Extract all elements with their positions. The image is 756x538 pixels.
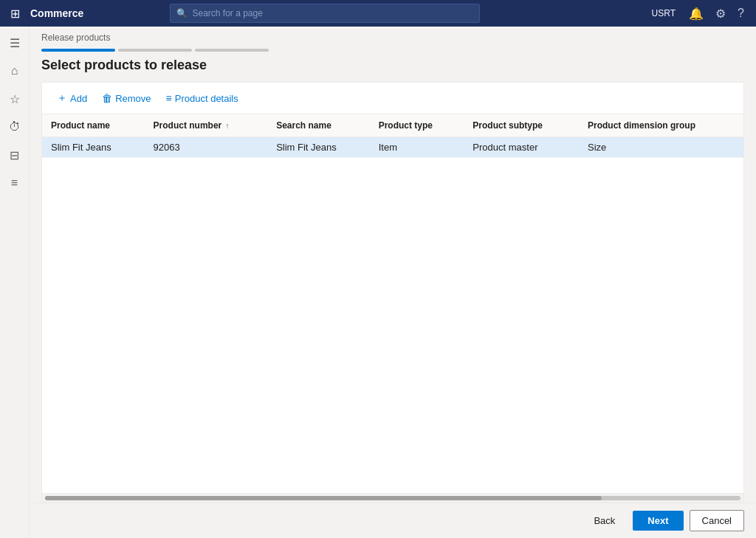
cell-product-subtype[interactable]: Product master (464, 137, 579, 158)
cancel-button[interactable]: Cancel (690, 510, 744, 531)
horizontal-scrollbar[interactable] (42, 493, 743, 502)
cell-search-name: Slim Fit Jeans (267, 137, 370, 158)
cell-product-dimension-group[interactable]: Size (579, 137, 743, 158)
remove-label: Remove (115, 93, 151, 104)
main-content: Release products Select products to rele… (30, 27, 756, 538)
global-search[interactable]: 🔍 (170, 4, 480, 23)
col-product-subtype[interactable]: Product subtype (464, 114, 579, 137)
sidebar: ☰ ⌂ ☆ ⏱ ⊟ ≡ (0, 27, 30, 538)
page-title: Select products to release (30, 58, 756, 82)
breadcrumb: Release products (30, 27, 756, 46)
layout: ☰ ⌂ ☆ ⏱ ⊟ ≡ Release products Select prod… (0, 27, 756, 538)
table-scroll[interactable]: Product name Product number ↑ Search nam… (42, 114, 743, 493)
remove-button[interactable]: 🗑 Remove (96, 89, 157, 107)
next-button[interactable]: Next (633, 511, 683, 531)
product-details-button[interactable]: ≡ Product details (160, 89, 244, 107)
sidebar-favorites-icon[interactable]: ☆ (1, 86, 28, 112)
add-label: Add (70, 93, 87, 104)
add-button[interactable]: ＋ Add (51, 89, 93, 108)
search-icon: 🔍 (176, 8, 188, 18)
sort-asc-icon: ↑ (226, 122, 230, 130)
sidebar-recent-icon[interactable]: ⏱ (1, 114, 28, 140)
cell-product-name[interactable]: Slim Fit Jeans (42, 137, 145, 158)
table-row[interactable]: Slim Fit Jeans92063Slim Fit JeansItemPro… (42, 137, 743, 158)
nav-right: USRT 🔔 ⚙ ? (646, 4, 749, 24)
back-button[interactable]: Back (582, 511, 627, 531)
col-product-name[interactable]: Product name (42, 114, 145, 137)
progress-steps (30, 46, 756, 58)
details-icon: ≡ (166, 92, 172, 104)
step-1 (41, 49, 115, 52)
table-toolbar: ＋ Add 🗑 Remove ≡ Product details (42, 83, 743, 114)
sidebar-workspaces-icon[interactable]: ⊟ (1, 142, 28, 168)
col-search-name[interactable]: Search name (267, 114, 370, 137)
col-product-dimension-group[interactable]: Product dimension group (579, 114, 743, 137)
table-header: Product name Product number ↑ Search nam… (42, 114, 743, 137)
grid-icon[interactable]: ⊞ (7, 4, 23, 24)
footer: Back Next Cancel (30, 503, 756, 538)
cell-product-number: 92063 (145, 137, 268, 158)
table-body: Slim Fit Jeans92063Slim Fit JeansItemPro… (42, 137, 743, 158)
search-input[interactable] (192, 8, 473, 18)
table-container: ＋ Add 🗑 Remove ≡ Product details (41, 82, 744, 503)
sidebar-menu-icon[interactable]: ☰ (1, 30, 28, 56)
trash-icon: 🗑 (102, 92, 112, 104)
app-title: Commerce (30, 7, 83, 19)
scroll-thumb (45, 496, 602, 500)
sidebar-home-icon[interactable]: ⌂ (1, 58, 28, 84)
col-product-type[interactable]: Product type (370, 114, 464, 137)
user-label: USRT (646, 8, 681, 18)
cell-product-type: Item (370, 137, 464, 158)
help-icon[interactable]: ? (733, 4, 749, 23)
col-product-number[interactable]: Product number ↑ (145, 114, 268, 137)
top-nav: ⊞ Commerce 🔍 USRT 🔔 ⚙ ? (0, 0, 756, 27)
step-2 (118, 49, 192, 52)
sidebar-list-icon[interactable]: ≡ (1, 170, 28, 196)
scroll-track (45, 496, 740, 500)
settings-icon[interactable]: ⚙ (711, 4, 730, 24)
step-3 (195, 49, 269, 52)
notification-icon[interactable]: 🔔 (684, 4, 708, 24)
add-icon: ＋ (57, 92, 67, 105)
product-details-label: Product details (175, 93, 238, 104)
products-table: Product name Product number ↑ Search nam… (42, 114, 743, 158)
